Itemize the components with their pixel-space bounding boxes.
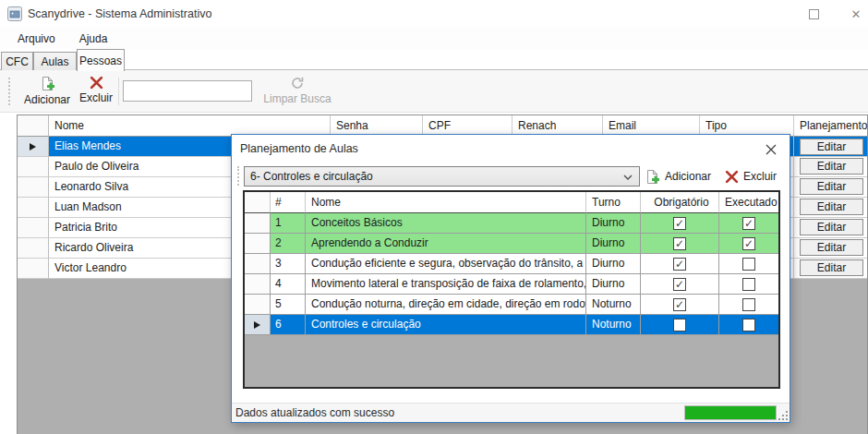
- dialog-adicionar-label: Adicionar: [665, 170, 711, 183]
- toolbar-separator: [118, 78, 119, 105]
- maximize-button[interactable]: [805, 6, 822, 22]
- cell-nome: Movimento lateral e transposição de faix…: [306, 274, 586, 295]
- cell-number: 1: [271, 213, 306, 234]
- row-selector: [18, 259, 49, 279]
- menu-bar: Arquivo Ajuda: [0, 28, 868, 49]
- cell-planejamento: Editar: [794, 137, 867, 157]
- tab-cfc[interactable]: CFC: [1, 52, 33, 70]
- obrigatorio-checkbox[interactable]: [673, 237, 686, 250]
- search-input[interactable]: [123, 80, 252, 102]
- col-executado[interactable]: Executado: [719, 192, 778, 213]
- title-bar: Scanydrive - Sistema Administrativo ✕: [0, 0, 868, 28]
- col-obrigatorio[interactable]: Obrigatório: [641, 192, 719, 213]
- cell-nome: Conceitos Básicos: [306, 213, 586, 234]
- limpar-busca-button[interactable]: Limpar Busca: [257, 73, 338, 108]
- lesson-row[interactable]: 6 Controles e circulação Noturno: [245, 315, 778, 335]
- excluir-button[interactable]: Excluir: [78, 73, 115, 107]
- editar-button[interactable]: Editar: [800, 199, 863, 215]
- row-selector: [18, 218, 49, 238]
- lesson-row[interactable]: 1 Conceitos Básicos Diurno: [245, 213, 778, 234]
- lesson-row[interactable]: 5 Condução noturna, direção em cidade, d…: [245, 295, 778, 315]
- combobox-value: 6- Controles e circulação: [250, 170, 373, 183]
- editar-button[interactable]: Editar: [800, 219, 863, 235]
- maximize-icon: [809, 9, 819, 19]
- row-selector-arrow-icon: [254, 321, 260, 329]
- dialog-toolbar: 6- Controles e circulação Adicionar Excl…: [232, 163, 790, 190]
- red-x-icon: [90, 76, 103, 90]
- row-selector: [18, 177, 49, 198]
- app-window: Scanydrive - Sistema Administrativo ✕ Ar…: [0, 0, 868, 434]
- dialog-status-bar: Dados atualizados com sucesso: [232, 403, 790, 422]
- lesson-row[interactable]: 2 Aprendendo a Conduzir Diurno: [245, 234, 778, 254]
- obrigatorio-checkbox[interactable]: [673, 319, 686, 332]
- obrigatorio-checkbox[interactable]: [673, 298, 686, 311]
- row-selector-arrow-icon: [30, 143, 36, 151]
- excluir-label: Excluir: [79, 91, 113, 104]
- cell-turno: Diurno: [586, 254, 641, 274]
- menu-arquivo[interactable]: Arquivo: [6, 30, 67, 48]
- dialog-title: Planejamento de Aulas: [240, 142, 358, 155]
- dialog-excluir-label: Excluir: [743, 170, 777, 183]
- menu-ajuda[interactable]: Ajuda: [67, 30, 120, 48]
- row-selector: [245, 295, 271, 315]
- col-planejamento[interactable]: Planejamento: [794, 115, 867, 137]
- lessons-header-row: # Nome Turno Obrigatório Executado: [245, 192, 778, 213]
- cell-number: 6: [271, 315, 306, 335]
- editar-button[interactable]: Editar: [800, 259, 863, 276]
- window-title: Scanydrive - Sistema Administrativo: [28, 7, 211, 20]
- executado-checkbox[interactable]: [742, 278, 755, 291]
- row-selector: [245, 274, 271, 295]
- chevron-down-icon: [623, 175, 633, 180]
- col-number[interactable]: #: [271, 192, 306, 213]
- editar-button[interactable]: Editar: [800, 239, 863, 256]
- editar-button[interactable]: Editar: [800, 178, 863, 195]
- cell-turno: Diurno: [586, 213, 641, 234]
- limpar-busca-label: Limpar Busca: [263, 92, 331, 105]
- lesson-combobox[interactable]: 6- Controles e circulação: [244, 166, 640, 187]
- add-document-icon: [645, 169, 660, 185]
- lesson-row[interactable]: 3 Condução eficiente e segura, observaçã…: [245, 254, 778, 274]
- tab-aulas[interactable]: Aulas: [33, 52, 77, 70]
- row-selector: [245, 234, 271, 254]
- row-selector: [18, 238, 49, 259]
- col-nome[interactable]: Nome: [306, 192, 586, 213]
- executado-checkbox[interactable]: [742, 217, 755, 230]
- col-turno[interactable]: Turno: [586, 192, 641, 213]
- add-document-icon: [40, 76, 55, 91]
- progress-bar: [684, 405, 777, 420]
- obrigatorio-checkbox[interactable]: [673, 278, 686, 291]
- main-toolbar: Adicionar Excluir Limpar Busca: [0, 70, 868, 113]
- close-icon: [766, 144, 777, 155]
- tab-pessoas[interactable]: Pessoas: [77, 49, 125, 71]
- toolbar-drag-handle[interactable]: [8, 78, 10, 105]
- executado-checkbox[interactable]: [742, 319, 755, 332]
- cell-turno: Noturno: [586, 295, 641, 315]
- obrigatorio-checkbox[interactable]: [673, 258, 686, 271]
- adicionar-button[interactable]: Adicionar: [18, 73, 76, 109]
- executado-checkbox[interactable]: [742, 298, 755, 311]
- cell-turno: Diurno: [586, 234, 641, 254]
- cell-nome: Condução eficiente e segura, observação …: [306, 254, 586, 274]
- row-selector: [245, 254, 271, 274]
- editar-button[interactable]: Editar: [800, 139, 863, 155]
- tab-strip: CFC Aulas Pessoas: [0, 49, 868, 70]
- cell-nome: Controles e circulação: [306, 315, 586, 335]
- resize-grip[interactable]: [777, 409, 788, 420]
- executado-checkbox[interactable]: [742, 237, 755, 250]
- status-message: Dados atualizados com sucesso: [235, 406, 394, 419]
- close-button[interactable]: ✕: [848, 6, 864, 22]
- dialog-excluir-button[interactable]: Excluir: [722, 166, 779, 187]
- dialog-adicionar-button[interactable]: Adicionar: [642, 166, 714, 187]
- obrigatorio-checkbox[interactable]: [673, 217, 686, 230]
- row-selector: [18, 137, 49, 157]
- cell-number: 3: [271, 254, 306, 274]
- app-icon: [7, 6, 22, 21]
- editar-button[interactable]: Editar: [800, 158, 863, 175]
- lesson-row[interactable]: 4 Movimento lateral e transposição de fa…: [245, 274, 778, 295]
- lessons-grid: # Nome Turno Obrigatório Executado 1 Con…: [243, 190, 780, 389]
- cell-nome: Aprendendo a Conduzir: [306, 234, 586, 254]
- cell-number: 2: [271, 234, 306, 254]
- dialog-close-button[interactable]: [765, 143, 778, 156]
- dialog-toolbar-drag-handle[interactable]: [237, 166, 239, 186]
- executado-checkbox[interactable]: [742, 258, 755, 271]
